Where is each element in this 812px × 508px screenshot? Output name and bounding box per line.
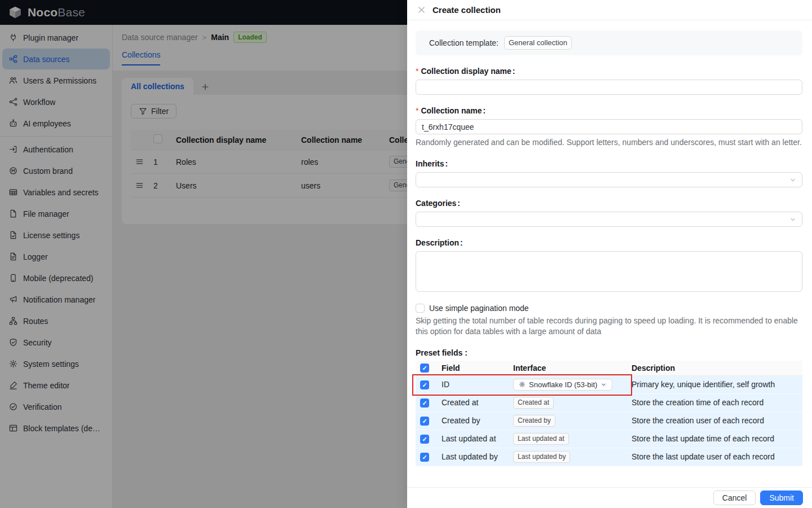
preset-fields-table-wrap: ✓ Field Interface Description ✓IDSnowfla… (416, 361, 802, 466)
chevron-down-icon (789, 216, 796, 223)
app-root: NocoBase Plugin managerData sourcesUsers… (0, 0, 812, 508)
description-textarea[interactable] (416, 251, 802, 292)
preset-select-all-checkbox[interactable]: ✓ (420, 364, 429, 373)
required-mark: * (416, 106, 418, 115)
categories-select[interactable] (416, 212, 802, 227)
preset-fields-label: Preset fields: (416, 348, 802, 357)
preset-row-last-updated-at: ✓Last updated atLast updated atStore the… (416, 430, 802, 448)
name-label: * Collection name: (416, 106, 802, 115)
preset-header-row: ✓ Field Interface Description (416, 361, 802, 375)
pagination-help-text: Skip getting the total number of table r… (416, 316, 802, 337)
categories-label: Categories: (416, 199, 802, 208)
drawer-title: Create collection (433, 5, 501, 15)
interface-tag: Last updated by (513, 451, 570, 463)
gear-icon (519, 381, 526, 388)
preset-field-name: ID (437, 375, 509, 393)
form-item-inherits: Inherits: (416, 159, 802, 187)
form-item-name: * Collection name: t_6rxh17cquee Randoml… (416, 106, 802, 148)
create-collection-drawer: Create collection Collection template: G… (407, 0, 812, 508)
preset-field-name: Last updated at (437, 430, 509, 448)
pagination-label: Use simple pagination mode (429, 304, 529, 313)
preset-row-checkbox[interactable]: ✓ (420, 453, 429, 462)
collection-template-tag: General collection (504, 36, 572, 50)
interface-tag: Created by (513, 415, 555, 427)
preset-row-checkbox[interactable]: ✓ (420, 380, 429, 389)
preset-field-description: Store the last update user of each recor… (627, 448, 802, 466)
chevron-down-icon (601, 382, 607, 388)
form-item-display-name: * Collection display name: (416, 67, 802, 95)
inherits-label: Inherits: (416, 159, 802, 168)
preset-row-created-at: ✓Created atCreated atStore the creation … (416, 393, 802, 411)
preset-fields-table: ✓ Field Interface Description ✓IDSnowfla… (416, 361, 802, 466)
preset-select-all-header: ✓ (416, 361, 437, 375)
form-item-description: Description: (416, 238, 802, 292)
pagination-mode-row: Use simple pagination mode (416, 304, 802, 313)
display-name-input[interactable] (416, 80, 802, 95)
interface-dropdown[interactable]: Snowflake ID (53-bit) (513, 379, 612, 391)
cancel-button[interactable]: Cancel (713, 491, 756, 505)
pagination-checkbox[interactable] (416, 304, 425, 313)
preset-field-name: Created at (437, 393, 509, 411)
preset-field-description: Primary key, unique identifier, self gro… (627, 375, 802, 393)
preset-field-description: Store the last update time of each recor… (627, 430, 802, 448)
close-icon[interactable] (417, 6, 426, 14)
preset-field-name: Last updated by (437, 448, 509, 466)
preset-col-interface: Interface (509, 361, 627, 375)
inherits-select[interactable] (416, 172, 802, 187)
form-item-categories: Categories: (416, 199, 802, 227)
display-name-label: * Collection display name: (416, 67, 802, 76)
preset-col-description: Description (627, 361, 802, 375)
collection-template-label: Collection template: (429, 38, 498, 47)
preset-row-checkbox[interactable]: ✓ (420, 398, 429, 408)
drawer-header: Create collection (407, 0, 812, 20)
collection-template-panel: Collection template: General collection (416, 30, 802, 55)
name-input[interactable]: t_6rxh17cquee (416, 119, 802, 134)
name-help-text: Randomly generated and can be modified. … (416, 137, 802, 148)
interface-tag: Created at (513, 397, 554, 409)
preset-row-id: ✓IDSnowflake ID (53-bit)Primary key, uni… (416, 375, 802, 393)
required-mark: * (416, 67, 418, 76)
preset-col-field: Field (437, 361, 509, 375)
preset-row-last-updated-by: ✓Last updated byLast updated byStore the… (416, 448, 802, 466)
description-label: Description: (416, 238, 802, 247)
chevron-down-icon (789, 177, 796, 183)
drawer-footer: Cancel Submit (407, 487, 812, 508)
interface-tag: Last updated at (513, 433, 569, 445)
preset-field-description: Store the creation time of each record (627, 393, 802, 411)
preset-row-checkbox[interactable]: ✓ (420, 435, 429, 444)
drawer-body: Collection template: General collection … (407, 20, 812, 487)
preset-row-checkbox[interactable]: ✓ (420, 417, 429, 426)
submit-button[interactable]: Submit (760, 491, 803, 505)
preset-field-name: Created by (437, 411, 509, 430)
preset-row-created-by: ✓Created byCreated byStore the creation … (416, 411, 802, 430)
preset-field-description: Store the creation user of each record (627, 411, 802, 430)
interface-dropdown-label: Snowflake ID (53-bit) (529, 380, 597, 389)
